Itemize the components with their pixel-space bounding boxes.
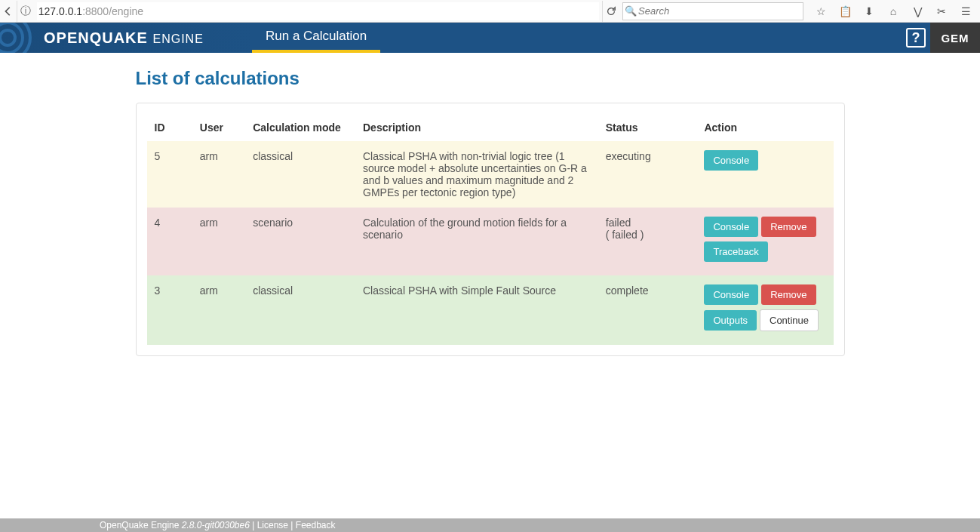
- gem-logo[interactable]: GEM: [930, 23, 980, 53]
- cell-id: 5: [147, 141, 192, 208]
- table-row: 5armclassicalClassical PSHA with non-tri…: [147, 141, 834, 208]
- header-user: User: [192, 114, 245, 141]
- calculations-panel: ID User Calculation mode Description Sta…: [136, 103, 845, 356]
- extension-icon[interactable]: ✂: [933, 3, 950, 20]
- reload-button[interactable]: [602, 1, 619, 22]
- main-content: List of calculations ID User Calculation…: [136, 68, 845, 356]
- calculations-table: ID User Calculation mode Description Sta…: [147, 114, 834, 345]
- header-description: Description: [355, 114, 598, 141]
- downloads-icon[interactable]: ⬇: [861, 3, 877, 20]
- header-status: Status: [598, 114, 697, 141]
- cell-status: executing: [598, 141, 697, 208]
- search-bar[interactable]: 🔍: [622, 2, 803, 20]
- logo-text: OPENQUAKE ENGINE: [44, 29, 204, 47]
- search-input[interactable]: [638, 5, 789, 17]
- header-id: ID: [147, 114, 192, 141]
- nav-run-calculation[interactable]: Run a Calculation: [252, 23, 380, 53]
- browser-chrome: ⓘ 127.0.0.1:8800/engine 🔍 ☆ 📋 ⬇ ⌂ ⋁ ✂ ☰: [0, 0, 980, 23]
- menu-icon[interactable]: ☰: [957, 3, 974, 20]
- clipboard-icon[interactable]: 📋: [837, 3, 853, 20]
- site-info-icon[interactable]: ⓘ: [17, 5, 33, 18]
- remove-button[interactable]: Remove: [761, 284, 816, 305]
- url-text: 127.0.0.1:8800/engine: [37, 5, 143, 17]
- status-extra: ( failed ): [606, 229, 644, 241]
- page-title: List of calculations: [136, 68, 845, 89]
- logo-area: OPENQUAKE ENGINE: [0, 23, 252, 53]
- console-button[interactable]: Console: [704, 150, 758, 171]
- header-action: Action: [696, 114, 833, 141]
- app-header: OPENQUAKE ENGINE Run a Calculation ? GEM: [0, 23, 980, 53]
- cell-mode: classical: [245, 275, 355, 345]
- cell-action: Console: [696, 141, 833, 208]
- svg-point-1: [0, 23, 23, 53]
- console-button[interactable]: Console: [704, 284, 758, 305]
- cell-status: complete: [598, 275, 697, 345]
- cell-user: arm: [192, 141, 245, 208]
- help-icon: ?: [906, 28, 926, 48]
- cell-mode: scenario: [245, 208, 355, 275]
- cell-id: 3: [147, 275, 192, 345]
- search-icon: 🔍: [623, 5, 638, 17]
- home-icon[interactable]: ⌂: [885, 3, 902, 20]
- pocket-icon[interactable]: ⋁: [909, 3, 926, 20]
- cell-action: ConsoleRemoveTraceback: [696, 208, 833, 275]
- svg-point-2: [0, 30, 15, 45]
- cell-description: Classical PSHA with non-trivial logic tr…: [355, 141, 598, 208]
- outputs-button[interactable]: Outputs: [704, 310, 757, 331]
- table-row: 3armclassicalClassical PSHA with Simple …: [147, 275, 834, 345]
- cell-mode: classical: [245, 141, 355, 208]
- header-mode: Calculation mode: [245, 114, 355, 141]
- traceback-button[interactable]: Traceback: [704, 241, 767, 262]
- bookmark-star-icon[interactable]: ☆: [813, 3, 829, 20]
- cell-user: arm: [192, 275, 245, 345]
- help-button[interactable]: ?: [902, 23, 930, 53]
- continue-button[interactable]: Continue: [760, 309, 819, 331]
- url-bar[interactable]: 127.0.0.1:8800/engine: [37, 2, 599, 20]
- cell-description: Calculation of the ground motion fields …: [355, 208, 598, 275]
- toolbar-icons: ☆ 📋 ⬇ ⌂ ⋁ ✂ ☰: [806, 3, 980, 20]
- back-button[interactable]: [0, 1, 17, 22]
- remove-button[interactable]: Remove: [761, 217, 816, 237]
- cell-id: 4: [147, 208, 192, 275]
- console-button[interactable]: Console: [704, 217, 758, 237]
- logo-rings-icon: [0, 23, 45, 53]
- table-header-row: ID User Calculation mode Description Sta…: [147, 114, 834, 141]
- cell-status: failed( failed ): [598, 208, 697, 275]
- cell-action: ConsoleRemoveOutputsContinue: [696, 275, 833, 345]
- cell-description: Classical PSHA with Simple Fault Source: [355, 275, 598, 345]
- table-row: 4armscenarioCalculation of the ground mo…: [147, 208, 834, 275]
- cell-user: arm: [192, 208, 245, 275]
